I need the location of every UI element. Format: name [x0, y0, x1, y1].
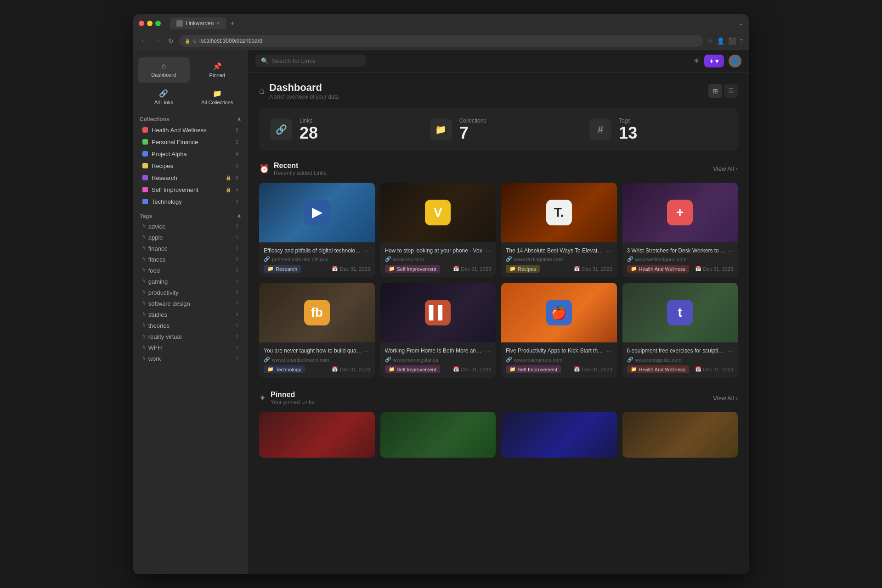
sidebar-collection-health[interactable]: Health And Wellness 5 [136, 124, 245, 136]
sidebar-tag-studies[interactable]: # studies 4 [136, 309, 245, 320]
url-text: www.florianbellmann.com [272, 357, 329, 363]
card-menu-button[interactable]: ··· [365, 247, 370, 254]
recent-card-card5[interactable]: fb You are never taught how to build qua… [259, 283, 375, 378]
list-view-button[interactable]: ☰ [724, 84, 738, 98]
tag-hash: # [142, 278, 146, 285]
card-collection-tag[interactable]: 📁 Technology [264, 365, 305, 373]
card-collection-tag[interactable]: 📁 Self Improvement [385, 265, 440, 273]
card-collection-tag[interactable]: 📁 Recipes [506, 265, 540, 273]
sidebar-collection-recipes[interactable]: Recipes 3 [136, 160, 245, 172]
collections-header[interactable]: Collections ∧ [133, 113, 248, 124]
new-tab-button[interactable]: + [230, 19, 234, 28]
date-icon: 📅 [453, 366, 459, 372]
reload-button[interactable]: ↻ [166, 36, 175, 45]
sidebar-tag-fitness[interactable]: # fitness 2 [136, 254, 245, 265]
url-text: www.tomsguide.com [635, 357, 682, 363]
minimize-button[interactable] [147, 21, 153, 26]
sidebar-tag-theories[interactable]: # theories 1 [136, 320, 245, 331]
collections-stat-value: 7 [459, 125, 486, 141]
sidebar-collection-project-alpha[interactable]: Project Alpha 4 [136, 148, 245, 160]
search-box[interactable]: 🔍 Search for Links [255, 55, 366, 67]
recent-card-card3[interactable]: T. The 14 Absolute Best Ways To Elevate … [501, 183, 617, 278]
card-menu-button[interactable]: ··· [486, 247, 491, 254]
grid-view-button[interactable]: ⊞ [708, 84, 722, 98]
theme-toggle[interactable]: ☀ [693, 56, 700, 65]
sidebar-item-dashboard[interactable]: ⌂ Dashboard [138, 57, 190, 83]
recent-card-card1[interactable]: ▶ Efficacy and pitfalls of digital techn… [259, 183, 375, 278]
date-text: Dec 31, 2023 [582, 266, 612, 272]
extensions-icon[interactable]: ⬛ [728, 37, 736, 45]
card-collection-tag[interactable]: 📁 Self Improvement [385, 365, 440, 373]
card-menu-button[interactable]: ··· [728, 347, 733, 354]
card-collection-tag[interactable]: 📁 Health And Wellness [627, 365, 689, 373]
recent-card-card2[interactable]: V How to stop looking at your phone - Vo… [380, 183, 496, 278]
profile-icon[interactable]: 👤 [717, 37, 724, 45]
tag-name: WFH [148, 344, 233, 351]
date-text: Dec 31, 2023 [461, 266, 491, 272]
bookmark-icon[interactable]: ☆ [707, 37, 713, 45]
stat-tags: # Tags 13 [578, 108, 738, 151]
avatar[interactable]: 👤 [729, 55, 741, 67]
lock-icon: 🔒 [185, 39, 190, 44]
sidebar-tag-work[interactable]: # work 1 [136, 353, 245, 364]
card-collection-tag[interactable]: 📁 Research [264, 265, 301, 273]
sidebar-collection-self-improvement[interactable]: Self Improvement 🔒 4 [136, 184, 245, 196]
sidebar-collection-research[interactable]: Research 🔒 6 [136, 172, 245, 184]
collection-tag-icon: 📁 [631, 366, 637, 372]
sidebar-tag-software-design[interactable]: # software design 1 [136, 298, 245, 309]
tags-header[interactable]: Tags ∧ [133, 210, 248, 221]
recent-card-card4[interactable]: + 3 Wrist Stretches for Desk Workers to … [622, 183, 738, 278]
pinned-card-thumbnail [380, 412, 496, 458]
card-title: You are never taught how to build qualit… [264, 347, 363, 355]
sidebar-tag-reality-virtual[interactable]: # reality virtual 2 [136, 331, 245, 342]
sidebar-tag-productivity[interactable]: # productivity 3 [136, 287, 245, 298]
maximize-button[interactable] [155, 21, 161, 26]
sidebar-tag-advice[interactable]: # advice 2 [136, 221, 245, 232]
forward-button[interactable]: → [153, 36, 163, 45]
pinned-card-p2[interactable] [380, 412, 496, 458]
collection-color-dot [142, 151, 148, 157]
card-menu-button[interactable]: ··· [607, 247, 612, 254]
card-collection-tag[interactable]: 📁 Health And Wellness [627, 265, 689, 273]
address-bar[interactable]: 🔒 ⊙ localhost:3000/dashboard [179, 35, 703, 47]
url-link-icon: 🔗 [385, 256, 391, 262]
collection-tag-label: Self Improvement [518, 367, 557, 372]
sidebar-tag-WFH[interactable]: # WFH 1 [136, 342, 245, 353]
collection-name: Technology [152, 198, 232, 205]
collection-tag-icon: 📁 [267, 266, 274, 272]
sidebar-collection-technology[interactable]: Technology 4 [136, 196, 245, 207]
pinned-card-p1[interactable] [259, 412, 375, 458]
recent-card-card7[interactable]: 🍎 Five Productivity Apps to Kick-Start t… [501, 283, 617, 378]
sidebar-tag-gaming[interactable]: # gaming 1 [136, 276, 245, 287]
recent-view-all[interactable]: View All › [713, 165, 738, 172]
pinned-card-p3[interactable] [501, 412, 617, 458]
recent-card-card6[interactable]: ▌▌ Working From Home Is Both More and L.… [380, 283, 496, 378]
add-button[interactable]: + ▾ [704, 55, 724, 67]
card-footer: 📁 Health And Wellness 📅 Dec 31, 2023 [627, 265, 734, 273]
sidebar-collection-finance[interactable]: Personal Finance 2 [136, 136, 245, 148]
collection-tag-label: Recipes [518, 266, 536, 272]
collections-stat-text: Collections 7 [459, 118, 486, 141]
sidebar-item-pinned[interactable]: 📌 Pinned [192, 57, 243, 83]
sidebar-tag-apple[interactable]: # apple 1 [136, 232, 245, 243]
pinned-view-all[interactable]: View All › [713, 395, 738, 402]
card-collection-tag[interactable]: 📁 Self Improvement [506, 365, 561, 373]
card-menu-button[interactable]: ··· [486, 347, 491, 354]
close-button[interactable] [139, 21, 144, 26]
collection-name: Research [152, 174, 222, 181]
card-menu-button[interactable]: ··· [365, 347, 370, 354]
sidebar-item-all-links[interactable]: 🔗 All Links [138, 84, 190, 110]
menu-icon[interactable]: ≡ [740, 37, 743, 45]
collections-list: Health And Wellness 5 Personal Finance 2… [133, 124, 248, 207]
card-menu-button[interactable]: ··· [728, 247, 733, 254]
tab-close-icon[interactable]: ✕ [216, 21, 220, 26]
sidebar-tag-finance[interactable]: # finance 1 [136, 243, 245, 254]
pinned-card-p4[interactable] [622, 412, 738, 458]
browser-tab[interactable]: Linkwarden ✕ [170, 17, 226, 29]
sidebar-item-all-collections[interactable]: 📁 All Collections [192, 84, 243, 110]
card-menu-button[interactable]: ··· [607, 347, 612, 354]
url-text: www.vox.com [393, 257, 424, 262]
sidebar-tag-food[interactable]: # food 3 [136, 265, 245, 276]
back-button[interactable]: ← [139, 36, 149, 45]
recent-card-card8[interactable]: t 6 equipment free exercises for sculpti… [622, 283, 738, 378]
